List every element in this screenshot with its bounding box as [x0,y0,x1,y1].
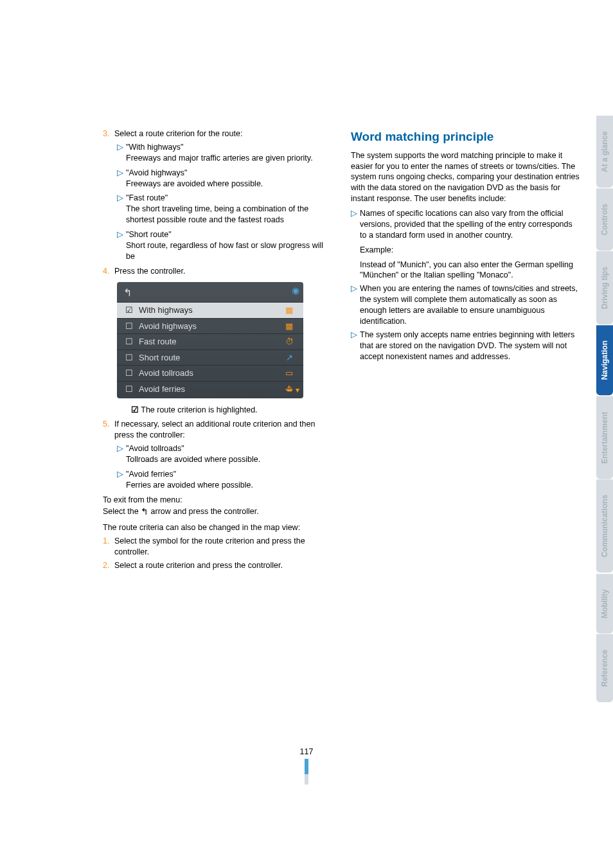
highway-icon: ▦ [281,305,297,316]
step-text: Select a route criterion for the route: [114,128,333,139]
step-number: 2. [103,560,114,571]
tab-communications[interactable]: Communications [596,479,613,572]
unchecked-icon: ☐ [123,368,135,379]
tab-entertainment[interactable]: Entertainment [596,396,613,479]
route-criteria-screenshot: ↰ ◉ ☑ With highways ▦ ☐ Avoid highways ▦… [117,282,303,398]
check-icon: ☑ [131,405,139,414]
step-4: 4. Press the controller. [103,266,333,277]
bullet-icon: ▷ [117,469,126,491]
highlight-note-text: The route criterion is highlighted. [139,405,258,414]
step-text: Select the symbol for the route criterio… [114,536,333,558]
toll-icon: ▭ [281,368,297,379]
tab-controls[interactable]: Controls [596,188,613,251]
ss-label: Avoid highways [139,321,281,332]
bullet-icon: ▷ [117,142,126,164]
ss-row-with-highways: ☑ With highways ▦ [117,303,303,319]
step-text: If necessary, select an additional route… [114,419,333,441]
unchecked-icon: ☐ [123,352,135,364]
option-label: "Avoid ferries" [126,470,176,479]
ss-label: Avoid ferries [139,384,281,395]
option-desc: The short traveling time, being a combin… [126,204,308,224]
bullet-icon: ▷ [117,193,126,226]
mapview-step-1: 1. Select the symbol for the route crite… [103,536,333,558]
exit-heading: To exit from the menu: [103,495,333,506]
option-desc: Ferries are avoided where possible. [126,481,253,490]
checked-icon: ☑ [123,305,135,316]
benefit-3: ▷ The system only accepts name entries b… [351,330,581,362]
step-number: 3. [103,128,114,139]
benefit-text: When you are entering the names of towns… [360,283,581,327]
mapview-intro: The route criteria can also be changed i… [103,522,333,533]
substep-fast-route: ▷ "Fast route" The short traveling time,… [117,193,333,226]
exit-instruction: Select the ↰ arrow and press the control… [103,506,333,518]
back-arrow-icon: ↰ [141,506,148,518]
bullet-icon: ▷ [117,229,126,262]
ss-label: Fast route [139,336,281,348]
tab-reference[interactable]: Reference [596,634,613,702]
tab-at-a-glance[interactable]: At a glance [596,116,613,188]
step-number: 5. [103,419,114,441]
ss-row-avoid-ferries: ☐ Avoid ferries ⛴ [117,382,303,397]
step-text: Press the controller. [114,266,333,277]
page-number-afterbar [305,774,308,784]
benefit-text: Names of specific locations can also var… [360,209,573,240]
tab-driving-tips[interactable]: Driving tips [596,251,613,324]
bullet-icon: ▷ [351,283,360,327]
section-intro: The system supports the word matching pr… [351,150,581,204]
step-3: 3. Select a route criterion for the rout… [103,128,333,139]
back-icon: ↰ [123,286,132,300]
page-number-bar [305,759,308,774]
example-text: Instead of "Munich", you can also enter … [360,260,581,281]
bullet-icon: ▷ [351,330,360,362]
option-desc: Freeways and major traffic arteries are … [126,154,313,163]
bullet-icon: ▷ [117,168,126,190]
short-icon: ↗ [281,352,297,364]
no-highway-icon: ▦ [281,321,297,332]
example-label: Example: [360,245,581,256]
substep-avoid-tollroads: ▷ "Avoid tollroads" Tollroads are avoide… [117,443,333,465]
benefit-2: ▷ When you are entering the names of tow… [351,283,581,327]
ss-row-fast-route: ☐ Fast route ⏱ [117,334,303,350]
clock-icon: ⏱ [281,336,297,348]
mapview-step-2: 2. Select a route criterion and press th… [103,560,333,571]
ss-row-avoid-tollroads: ☐ Avoid tollroads ▭ [117,366,303,382]
ss-label: Short route [139,352,281,364]
step-number: 4. [103,266,114,277]
ss-row-avoid-highways: ☐ Avoid highways ▦ [117,319,303,335]
benefit-text: The system only accepts name entries beg… [360,330,581,362]
tab-navigation[interactable]: Navigation [596,325,613,395]
option-label: "Avoid tollroads" [126,444,184,453]
option-label: "With highways" [126,143,183,152]
step-text: Select a route criterion and press the c… [114,560,333,571]
substep-avoid-ferries: ▷ "Avoid ferries" Ferries are avoided wh… [117,469,333,491]
option-desc: Short route, regardless of how fast or s… [126,241,323,261]
section-heading: Word matching principle [351,128,581,145]
bullet-icon: ▷ [351,208,360,281]
scroll-icon: ▾ [296,385,299,395]
ss-label: Avoid tollroads [139,368,281,379]
step-number: 1. [103,536,114,558]
substep-avoid-highways: ▷ "Avoid highways" Freeways are avoided … [117,168,333,190]
tab-mobility[interactable]: Mobility [596,574,613,633]
benefit-1: ▷ Names of specific locations can also v… [351,208,581,281]
page-number: 117 [300,747,314,756]
unchecked-icon: ☐ [123,321,135,332]
page-number-block: 117 [0,747,613,784]
ss-row-short-route: ☐ Short route ↗ [117,350,303,366]
ss-label: With highways [139,305,281,316]
highlight-note: ☑ The route criterion is highlighted. [131,405,333,416]
option-desc: Freeways are avoided where possible. [126,179,263,188]
option-label: "Fast route" [126,193,168,202]
unchecked-icon: ☐ [123,336,135,348]
option-label: "Short route" [126,230,172,239]
exit-text-post: arrow and press the controller. [148,506,259,515]
substep-short-route: ▷ "Short route" Short route, regardless … [117,229,333,262]
exit-text-pre: Select the [103,506,141,515]
option-label: "Avoid highways" [126,168,188,177]
bullet-icon: ▷ [117,443,126,465]
ferry-icon: ⛴ [281,384,297,395]
side-tabs: At a glance Controls Driving tips Naviga… [596,116,613,703]
nav-icon: ◉ [292,285,299,297]
step-5: 5. If necessary, select an additional ro… [103,419,333,441]
unchecked-icon: ☐ [123,384,135,395]
